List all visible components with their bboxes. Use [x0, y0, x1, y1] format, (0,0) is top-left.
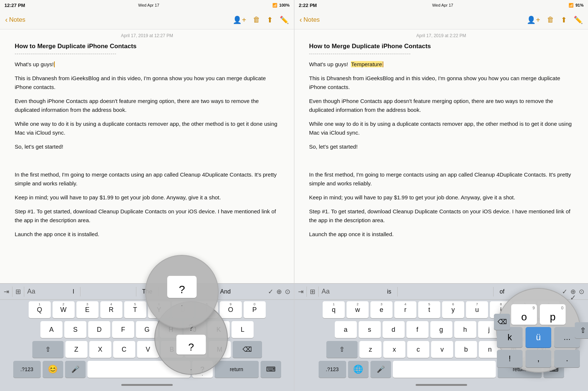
zoom-delete-icon[interactable]: ⌫: [494, 314, 510, 330]
key-emoji[interactable]: 😊: [43, 361, 63, 378]
left-para-3: While one way to do it is by using a dup…: [15, 120, 279, 137]
right-key-r[interactable]: 4r: [394, 301, 416, 318]
left-zoom-overlay: ? .: [145, 255, 219, 328]
right-share-icon[interactable]: ⬆: [561, 15, 567, 24]
zoom-mid-row: k ü …: [497, 327, 580, 348]
right-para-7: Keep in mind; you will have to pay $1.99…: [309, 193, 573, 202]
right-note-body: What's up guys! Temperature This is Dhva…: [309, 60, 573, 239]
right-para-8: Step #1. To get started, download Cleanu…: [309, 207, 573, 225]
zoom-key-u-umlaut: ü: [526, 327, 551, 348]
right-cursor: [383, 61, 383, 67]
right-key-num[interactable]: .?123: [319, 361, 346, 378]
key-D[interactable]: D: [88, 321, 110, 338]
right-nav-icons: 👤+ 🗑 ⬆ ✏️: [527, 15, 583, 24]
right-key-b[interactable]: b: [455, 341, 477, 358]
key-R[interactable]: 4R: [100, 301, 122, 318]
right-key-y[interactable]: 6y: [442, 301, 464, 318]
right-key-q[interactable]: 1q: [323, 301, 345, 318]
left-zoom-overlay-content: ? .: [167, 276, 197, 308]
right-indent-icon[interactable]: ⇥: [298, 288, 304, 296]
right-pred-divider-mid: [318, 287, 319, 297]
right-key-shift[interactable]: ⇧: [326, 341, 358, 358]
right-key-a[interactable]: a: [335, 321, 357, 338]
left-home-indicator: [121, 384, 173, 386]
right-compose-icon[interactable]: ✏️: [574, 15, 583, 24]
key-O[interactable]: 9O: [220, 301, 242, 318]
left-para-0: What's up guys!: [15, 60, 279, 69]
right-key-t[interactable]: 5t: [418, 301, 440, 318]
left-note-content: April 17, 2019 at 12:27 PM How to Merge …: [0, 29, 294, 283]
share-icon[interactable]: ⬆: [267, 15, 273, 24]
right-key-space[interactable]: [393, 361, 496, 378]
right-key-g[interactable]: g: [430, 321, 452, 338]
key-return[interactable]: return: [215, 361, 259, 378]
key-L[interactable]: L: [232, 321, 254, 338]
right-key-w[interactable]: 2w: [347, 301, 369, 318]
right-note-date: April 17, 2019 at 2:22 PM: [309, 33, 573, 38]
key-W[interactable]: 2W: [53, 301, 75, 318]
check-icon[interactable]: ✓: [268, 288, 273, 296]
left-para-5: [15, 156, 279, 165]
key-shift[interactable]: ⇧: [32, 341, 64, 358]
add-person-icon[interactable]: 👤+: [233, 15, 246, 24]
right-trash-icon[interactable]: 🗑: [547, 15, 554, 24]
record-icon[interactable]: ⊙: [285, 288, 290, 296]
highlighted-text: Temperature: [351, 61, 382, 67]
plus-icon[interactable]: ⊕: [276, 288, 282, 296]
right-key-globe[interactable]: 🌐: [348, 361, 369, 378]
left-para-6: In the first method, I'm going to merge …: [15, 170, 279, 188]
right-back-button[interactable]: ‹ Notes: [300, 15, 320, 24]
right-key-z[interactable]: z: [359, 341, 381, 358]
right-key-h[interactable]: h: [454, 321, 476, 338]
right-format-icon[interactable]: Aa: [322, 288, 330, 295]
key-delete[interactable]: ⌫: [233, 341, 262, 358]
left-back-button[interactable]: ‹ Notes: [5, 15, 25, 24]
zoom-key-p: 0 p: [540, 304, 566, 325]
left-keyboard-rows: 1Q 2W 3E 4R 5T 6Y 7U 8I 9O 0P A S D F G …: [0, 300, 294, 378]
right-table-icon[interactable]: ⊞: [310, 288, 315, 296]
key-S[interactable]: S: [64, 321, 86, 338]
right-para-2: Even though iPhone Contacts app doesn't …: [309, 97, 573, 114]
right-key-d[interactable]: d: [383, 321, 405, 338]
key-C[interactable]: C: [113, 341, 135, 358]
right-key-c[interactable]: c: [407, 341, 429, 358]
zoom-shift-icon[interactable]: ⇧: [575, 322, 588, 338]
left-key-row-2: A S D F G H J K L: [1, 321, 293, 338]
key-A[interactable]: A: [40, 321, 62, 338]
right-key-s[interactable]: s: [359, 321, 381, 338]
trash-icon[interactable]: 🗑: [253, 15, 260, 24]
zoom-bot-row: ! , .: [497, 350, 580, 367]
pred-divider-left: [12, 287, 12, 297]
key-num[interactable]: .?123: [13, 361, 41, 378]
left-para-1: This is Dhvanesh from iGeeksBlog and in …: [15, 74, 279, 92]
right-key-e[interactable]: 3e: [370, 301, 392, 318]
key-X[interactable]: X: [89, 341, 111, 358]
key-P[interactable]: 0P: [244, 301, 266, 318]
right-key-mic[interactable]: 🎤: [370, 361, 391, 378]
key-F[interactable]: F: [112, 321, 134, 338]
key-Q[interactable]: 1Q: [29, 301, 51, 318]
format-icon[interactable]: Aa: [27, 288, 35, 295]
key-E[interactable]: 3E: [76, 301, 98, 318]
right-key-x[interactable]: x: [383, 341, 405, 358]
key-mic[interactable]: 🎤: [65, 361, 86, 378]
right-key-v[interactable]: v: [431, 341, 453, 358]
right-bottom-bar: [294, 378, 588, 391]
left-back-label: Notes: [9, 16, 25, 24]
pred-word-1[interactable]: I: [67, 287, 80, 296]
key-T[interactable]: 5T: [124, 301, 146, 318]
right-pred-word-1[interactable]: is: [381, 287, 398, 296]
right-key-u[interactable]: 7u: [466, 301, 488, 318]
indent-icon[interactable]: ⇥: [4, 288, 9, 296]
left-nav-bar: ‹ Notes 👤+ 🗑 ⬆ ✏️: [0, 10, 294, 29]
left-status-bar: 12:27 PM Wed Apr 17 📶 100%: [0, 0, 294, 10]
left-zoom-key-question: ?: [167, 276, 197, 298]
table-icon[interactable]: ⊞: [15, 288, 21, 296]
compose-icon[interactable]: ✏️: [280, 15, 289, 24]
key-Z[interactable]: Z: [65, 341, 87, 358]
wifi-icon: 📶: [272, 3, 277, 8]
right-add-person-icon[interactable]: 👤+: [527, 15, 540, 24]
left-para-9: Launch the app once it is installed.: [15, 230, 279, 239]
key-keyboard[interactable]: ⌨: [261, 361, 281, 378]
right-key-f[interactable]: f: [406, 321, 429, 338]
